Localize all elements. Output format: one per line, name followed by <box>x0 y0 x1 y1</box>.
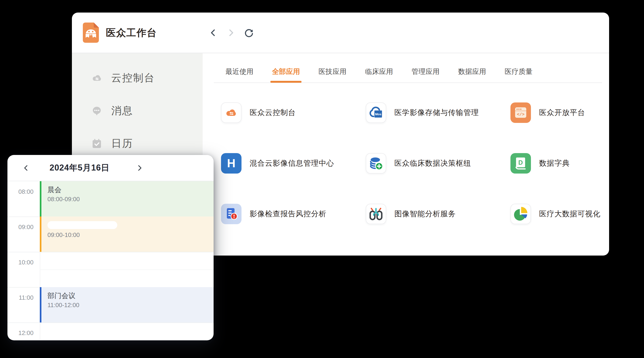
calendar-event[interactable]: 部门会议 11:00-12:00 <box>40 287 214 323</box>
svg-text:H: H <box>227 157 236 170</box>
redacted-event-title <box>48 221 117 229</box>
refresh-icon[interactable] <box>244 28 254 38</box>
calendar-body: 08:0009:0010:0011:0012:00 晨会 08:00-09:00… <box>8 181 214 340</box>
sidebar-item-label: 日历 <box>111 137 133 150</box>
message-bubble-icon <box>91 105 102 116</box>
calendar-event[interactable]: 09:00-10:00 <box>40 216 214 252</box>
window-header: 医众工作台 <box>72 12 609 53</box>
nav-controls <box>208 12 254 53</box>
half-hour-gridline <box>40 269 214 270</box>
app-item[interactable]: </> 医众开放平台 <box>510 102 609 123</box>
app-title: 医众工作台 <box>106 26 157 39</box>
event-title: 晨会 <box>48 185 214 194</box>
svg-text:D: D <box>518 159 523 166</box>
calendar-panel: 2024年5月16日 08:0009:0010:0011:0012:00 晨会 … <box>8 155 214 340</box>
app-label: 医众云控制台 <box>250 108 296 118</box>
app-label: 图像智能分析服务 <box>394 209 456 219</box>
dictionary-book-icon: D <box>510 153 531 174</box>
tab-2[interactable]: 医技应用 <box>318 67 346 82</box>
lungs-analysis-icon <box>366 204 386 224</box>
app-item[interactable]: 医疗大数据可视化 <box>510 204 609 224</box>
sidebar-item-message-bubble[interactable]: 消息 <box>72 94 203 127</box>
cloud-sliders-orange-icon <box>221 102 242 123</box>
calendar-header: 2024年5月16日 <box>8 155 214 181</box>
calendar-event[interactable]: 晨会 08:00-09:00 <box>40 181 214 216</box>
app-item[interactable]: Mos 医学影像存储与传输管理 <box>366 102 510 123</box>
event-time: 09:00-10:00 <box>48 231 214 239</box>
tab-bar: 最近使用全部应用医技应用临床应用管理应用数据应用医疗质量 <box>214 53 602 83</box>
app-label: 数据字典 <box>539 158 570 169</box>
svg-text:Mos: Mos <box>375 112 381 116</box>
chevron-right-icon[interactable] <box>134 163 145 173</box>
app-label: 医疗大数据可视化 <box>539 209 600 219</box>
app-label: 影像检查报告风控分析 <box>250 209 326 219</box>
yizhong-logo-icon <box>83 22 99 43</box>
h-square-icon: H <box>221 153 242 174</box>
chevron-left-icon[interactable] <box>21 163 31 173</box>
tab-0[interactable]: 最近使用 <box>226 67 253 82</box>
svg-text:</>: </> <box>517 112 524 117</box>
hour-gridline <box>8 323 214 323</box>
database-plus-icon <box>366 153 386 174</box>
pie-chart-icon <box>510 204 531 224</box>
calendar-check-icon <box>91 138 102 149</box>
sidebar-item-label: 消息 <box>111 104 133 118</box>
sidebar-item-cloud-console[interactable]: 云控制台 <box>72 62 203 94</box>
time-label: 12:00 <box>8 330 34 337</box>
back-arrow-icon[interactable] <box>208 28 218 38</box>
app-item[interactable]: D 数据字典 <box>510 153 609 174</box>
cloud-mos-icon: Mos <box>366 102 386 123</box>
time-label: 08:00 <box>8 188 34 195</box>
hour-gridline <box>8 252 214 252</box>
app-label: 医众开放平台 <box>539 108 585 118</box>
calendar-date: 2024年5月16日 <box>33 155 126 181</box>
cloud-console-icon <box>91 72 102 84</box>
app-item[interactable]: 影像检查报告风控分析 <box>221 204 366 224</box>
app-grid: 医众云控制台 Mos 医学影像存储与传输管理 </> 医众开放平台 H 混合云影… <box>221 102 609 254</box>
app-item[interactable]: 医众临床数据决策枢纽 <box>366 153 510 174</box>
page: 医众工作台 云控制台 消息 <box>0 0 644 358</box>
tab-1[interactable]: 全部应用 <box>272 67 300 82</box>
tab-5[interactable]: 数据应用 <box>458 67 486 82</box>
event-time: 08:00-09:00 <box>48 196 214 203</box>
tab-3[interactable]: 临床应用 <box>365 67 393 82</box>
report-risk-icon <box>221 204 242 224</box>
time-label: 09:00 <box>8 223 34 231</box>
open-platform-code-icon: </> <box>510 102 531 123</box>
content-area: 最近使用全部应用医技应用临床应用管理应用数据应用医疗质量 医众云控制台 Mos … <box>203 53 609 255</box>
forward-arrow-icon[interactable] <box>226 28 236 38</box>
app-item[interactable]: 医众云控制台 <box>221 102 366 123</box>
sidebar-item-label: 云控制台 <box>111 71 155 85</box>
tab-6[interactable]: 医疗质量 <box>505 67 532 82</box>
event-title: 部门会议 <box>48 291 214 300</box>
event-time: 11:00-12:00 <box>48 302 214 309</box>
app-label: 医学影像存储与传输管理 <box>394 108 479 118</box>
app-label: 混合云影像信息管理中心 <box>250 158 334 169</box>
app-item[interactable]: 图像智能分析服务 <box>366 204 510 224</box>
time-label: 11:00 <box>8 294 34 301</box>
app-item[interactable]: H 混合云影像信息管理中心 <box>221 153 366 174</box>
time-label: 10:00 <box>8 259 34 266</box>
tab-4[interactable]: 管理应用 <box>412 67 440 82</box>
app-label: 医众临床数据决策枢纽 <box>394 158 471 169</box>
